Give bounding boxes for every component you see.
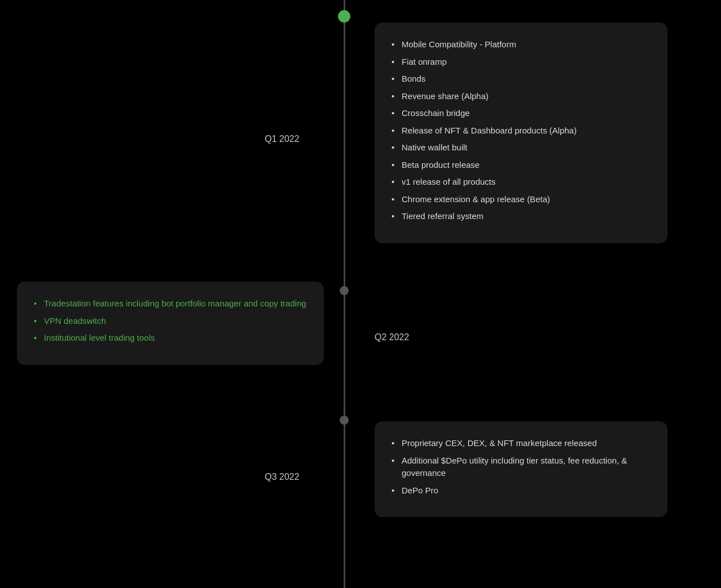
list-item: Native wallet built xyxy=(391,141,651,154)
list-item: Crosschain bridge xyxy=(391,107,651,120)
list-item: v1 release of all products xyxy=(391,176,651,189)
list-item: VPN deadswitch xyxy=(34,315,307,328)
timeline-container: Q1 2022 Mobile Compatibility - Platform … xyxy=(0,0,721,588)
timeline-dot-q2 xyxy=(340,286,349,295)
list-item: Revenue share (Alpha) xyxy=(391,90,651,103)
q3-label: Q3 2022 xyxy=(265,472,299,482)
list-item: Mobile Compatibility - Platform xyxy=(391,38,651,51)
q1-label: Q1 2022 xyxy=(265,134,299,144)
timeline-dot-q3 xyxy=(340,416,349,425)
list-item: Additional $DePo utility including tier … xyxy=(391,455,651,480)
list-item: Fiat onramp xyxy=(391,56,651,69)
list-item: Proprietary CEX, DEX, & NFT marketplace … xyxy=(391,437,651,450)
list-item: Bonds xyxy=(391,73,651,86)
list-item: Tiered referral system xyxy=(391,210,651,223)
card-q1: Mobile Compatibility - Platform Fiat onr… xyxy=(375,23,667,243)
q3-list: Proprietary CEX, DEX, & NFT marketplace … xyxy=(391,437,651,497)
q1-list: Mobile Compatibility - Platform Fiat onr… xyxy=(391,38,651,223)
list-item: Institutional level trading tools xyxy=(34,332,307,345)
list-item: DePo Pro xyxy=(391,484,651,497)
list-item: Beta product release xyxy=(391,159,651,172)
list-item: Chrome extension & app release (Beta) xyxy=(391,193,651,206)
timeline-dot-green xyxy=(338,10,350,23)
list-item: Release of NFT & Dashboard products (Alp… xyxy=(391,124,651,137)
list-item: Tradestation features including bot port… xyxy=(34,297,307,310)
card-q3: Proprietary CEX, DEX, & NFT marketplace … xyxy=(375,421,667,517)
card-q2: Tradestation features including bot port… xyxy=(17,282,324,365)
q2-list: Tradestation features including bot port… xyxy=(34,297,307,345)
q2-label: Q2 2022 xyxy=(375,332,409,342)
